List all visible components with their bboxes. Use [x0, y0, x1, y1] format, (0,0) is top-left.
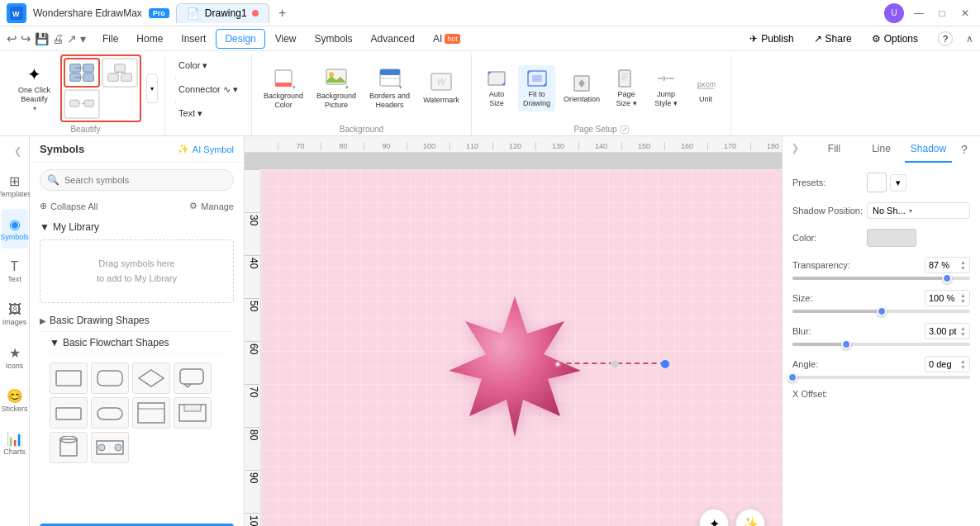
print-button[interactable]: 🖨	[52, 32, 64, 45]
shape-rounded-rect[interactable]	[91, 363, 129, 394]
auto-size-button[interactable]: AutoSize	[478, 65, 515, 111]
magic-button[interactable]: ✨	[735, 509, 765, 526]
shadow-position-dropdown[interactable]: No Sh... ▾	[867, 202, 970, 219]
size-thumb[interactable]	[877, 306, 887, 316]
fit-to-drawing-button[interactable]: Fit toDrawing	[518, 65, 555, 111]
sidebar-item-images[interactable]: 🖼 Images	[2, 295, 28, 334]
manage-label: Manage	[201, 201, 234, 211]
one-click-beautify-button[interactable]: ✦ One ClickBeautify ▾	[13, 61, 55, 116]
beautify-style-2[interactable]	[102, 58, 138, 88]
shape-rounded-2[interactable]	[91, 397, 129, 429]
background-color-button[interactable]: ▾ BackgroundColor	[259, 64, 308, 113]
tab-line[interactable]: Line	[858, 136, 905, 163]
beautify-style-1[interactable]	[64, 58, 100, 88]
beautify-more-button[interactable]: ▾	[146, 73, 158, 103]
size-value-control[interactable]: 100 % ▲▼	[925, 290, 970, 306]
sidebar-item-icons[interactable]: ★ Icons	[2, 338, 28, 377]
help-button[interactable]: ?	[931, 29, 959, 49]
tab-home[interactable]: Home	[128, 30, 171, 48]
tab-drawing1[interactable]: 📄 Drawing1	[176, 3, 269, 23]
page-size-button[interactable]: PageSize ▾	[608, 65, 645, 111]
sidebar-item-text[interactable]: T Text	[2, 252, 28, 291]
sidebar-item-charts[interactable]: 📊 Charts	[2, 424, 28, 463]
ribbon-collapse-button[interactable]: ∧	[966, 33, 973, 45]
export-button[interactable]: ↗	[67, 32, 77, 45]
tab-view[interactable]: View	[267, 30, 305, 48]
search-input[interactable]	[64, 175, 226, 185]
shape-drum[interactable]	[50, 432, 88, 463]
sparkle-button[interactable]: ✦	[699, 509, 729, 526]
canvas-body[interactable]: 30405060708090100110	[245, 153, 782, 526]
minimize-button[interactable]: —	[911, 5, 927, 21]
angle-thumb[interactable]	[787, 372, 797, 382]
angle-value-control[interactable]: 0 deg ▲▼	[925, 356, 970, 372]
blur-value-control[interactable]: 3.00 pt ▲▼	[925, 323, 970, 339]
sidebar-item-symbols[interactable]: ◉ Symbols	[2, 209, 28, 249]
shadow-position-row: Shadow Position: No Sh... ▾	[792, 202, 970, 219]
basic-flowchart-toggle[interactable]: ▼ Basic Flowchart Shapes	[50, 332, 224, 354]
presets-value: ▾	[867, 173, 970, 192]
close-button[interactable]: ✕	[957, 5, 973, 21]
redo-button[interactable]: ↪	[21, 31, 31, 46]
sidebar-collapse-button[interactable]: 《	[2, 143, 28, 163]
color-selector[interactable]: Color ▾	[175, 59, 241, 73]
save-button[interactable]: 💾	[35, 32, 49, 45]
beautify-group: ✦ One ClickBeautify ▾	[7, 54, 165, 135]
right-panel-help-button[interactable]: ?	[952, 143, 977, 156]
unit-button[interactable]: pxcm Unit	[687, 70, 724, 107]
background-picture-button[interactable]: ▾ BackgroundPicture	[312, 64, 361, 113]
tab-advanced[interactable]: Advanced	[363, 30, 423, 48]
text-selector[interactable]: Text ▾	[175, 107, 241, 121]
tab-fill[interactable]: Fill	[811, 136, 858, 163]
new-tab-button[interactable]: +	[273, 3, 293, 23]
tab-insert[interactable]: Insert	[173, 30, 214, 48]
share-button[interactable]: ↗ Share	[807, 31, 859, 47]
borders-headers-button[interactable]: ▾ Borders andHeaders	[364, 64, 415, 113]
angle-spinners[interactable]: ▲▼	[960, 358, 966, 370]
connector-selector[interactable]: Connector ∿ ▾	[175, 83, 241, 97]
page-setup-expand-icon[interactable]: ⤢	[621, 126, 629, 134]
undo-button[interactable]: ↩	[7, 31, 17, 46]
my-library-toggle[interactable]: ▼ My Library	[40, 221, 234, 233]
jump-style-button[interactable]: JumpStyle ▾	[648, 65, 684, 111]
transparency-spinners[interactable]: ▲▼	[960, 259, 966, 271]
tab-shadow[interactable]: Shadow	[905, 136, 952, 163]
beautify-style-3[interactable]	[64, 89, 100, 119]
watermark-button[interactable]: W Watermark	[418, 69, 464, 108]
maximize-button[interactable]: □	[934, 5, 950, 21]
manage-button[interactable]: ⚙ Manage	[189, 201, 234, 211]
user-avatar[interactable]: U	[884, 3, 904, 23]
shape-speech-bubble[interactable]	[174, 363, 212, 394]
size-track	[792, 310, 970, 313]
publish-button[interactable]: ✈ Publish	[743, 31, 800, 47]
sidebar-item-stickers[interactable]: 😊 Stickers	[2, 381, 28, 420]
color-swatch[interactable]	[867, 229, 916, 247]
blur-spinners[interactable]: ▲▼	[960, 325, 966, 337]
sidebar-item-templates[interactable]: ⊞ Templates	[2, 166, 28, 206]
shape-rectangle[interactable]	[50, 363, 88, 394]
shape-step[interactable]	[174, 397, 212, 429]
ai-symbol-button[interactable]: ✨ AI Symbol	[178, 144, 234, 154]
presets-dropdown[interactable]: ▾	[890, 174, 906, 192]
options-button[interactable]: ⚙ Options	[865, 31, 925, 47]
help-icon: ?	[938, 31, 953, 46]
tab-design[interactable]: Design	[216, 29, 264, 49]
shape-rect-2[interactable]	[50, 397, 88, 429]
tab-ai[interactable]: AI hot	[425, 30, 469, 48]
transparency-value-control[interactable]: 87 % ▲▼	[925, 257, 970, 273]
blur-thumb[interactable]	[841, 339, 851, 349]
more-button[interactable]: ▾	[80, 32, 86, 45]
drawing-canvas[interactable]: ✦ ✨	[261, 169, 782, 526]
right-panel-expand-button[interactable]: 》	[786, 142, 811, 157]
canvas-area[interactable]: 7080901001101201301401501601701801902002…	[245, 136, 782, 526]
orientation-button[interactable]: Orientation	[559, 70, 605, 107]
tab-file[interactable]: File	[94, 30, 126, 48]
basic-drawing-shapes-category[interactable]: ▶ Basic Drawing Shapes	[40, 310, 234, 332]
transparency-thumb[interactable]	[942, 273, 952, 283]
collapse-all-button[interactable]: ⊕ Collapse All	[40, 201, 98, 211]
tab-symbols[interactable]: Symbols	[307, 30, 361, 48]
size-spinners[interactable]: ▲▼	[960, 292, 966, 304]
shape-misc[interactable]	[91, 432, 129, 463]
shape-diamond[interactable]	[132, 363, 170, 394]
shape-process[interactable]	[132, 397, 170, 429]
